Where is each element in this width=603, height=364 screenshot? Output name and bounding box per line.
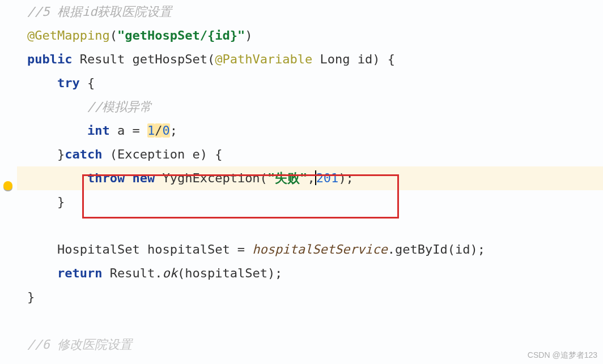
code-line: }catch (Exception e) { bbox=[17, 143, 603, 166]
code-line: //模拟异常 bbox=[17, 95, 603, 119]
code-line: @GetMapping("getHospSet/{id}") bbox=[17, 24, 603, 48]
intention-bulb-icon[interactable] bbox=[3, 181, 12, 190]
code-line bbox=[17, 309, 603, 333]
code-line: int a = 1/0; bbox=[17, 119, 603, 143]
code-line: //6 修改医院设置 bbox=[17, 333, 603, 357]
code-line-highlighted: throw new YyghException("失败",201); bbox=[17, 166, 603, 190]
code-line: } bbox=[17, 285, 603, 309]
code-line: return Result.ok(hospitalSet); bbox=[17, 262, 603, 285]
code-line: public Result getHospSet(@PathVariable L… bbox=[17, 48, 603, 71]
code-line: //5 根据id获取医院设置 bbox=[17, 0, 603, 24]
comment-text: //5 根据id获取医院设置 bbox=[27, 5, 172, 19]
code-line: HospitalSet hospitalSet = hospitalSetSer… bbox=[17, 238, 603, 262]
code-editor[interactable]: //5 根据id获取医院设置 @GetMapping("getHospSet/{… bbox=[17, 0, 603, 357]
watermark-text: CSDN @追梦者123 bbox=[528, 350, 597, 361]
code-line bbox=[17, 214, 603, 238]
code-line: } bbox=[17, 190, 603, 214]
code-line: try { bbox=[17, 71, 603, 95]
